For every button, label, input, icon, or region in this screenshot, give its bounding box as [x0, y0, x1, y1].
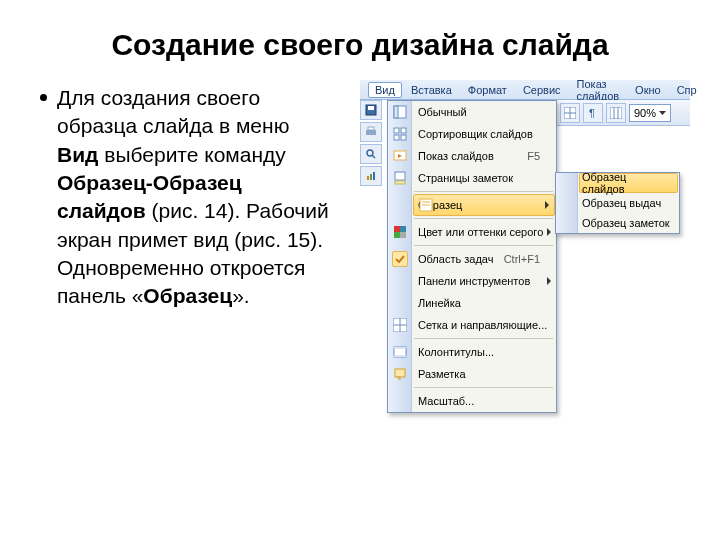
t1: Для создания своего образца слайда в мен…: [57, 86, 289, 137]
menu-item[interactable]: Цвет или оттенки серого: [388, 221, 556, 243]
menu-item-label: Цвет или оттенки серого: [418, 226, 543, 238]
menu-item-label: Линейка: [418, 297, 461, 309]
taskpane-icon: [392, 251, 408, 267]
submenu-item-label: Образец заметок: [582, 217, 670, 229]
menu-format[interactable]: Формат: [461, 82, 514, 98]
svg-rect-32: [394, 232, 400, 238]
menu-item[interactable]: Область задачCtrl+F1: [388, 248, 556, 270]
menu-item[interactable]: Показ слайдовF5: [388, 145, 556, 167]
svg-rect-1: [368, 106, 374, 110]
menu-item[interactable]: Сортировщик слайдов: [388, 123, 556, 145]
menu-item[interactable]: Панели инструментов: [388, 270, 556, 292]
master-icon: [418, 197, 434, 213]
menu-shortcut: Ctrl+F1: [504, 253, 540, 265]
svg-rect-13: [610, 107, 622, 119]
print-icon[interactable]: [360, 122, 382, 142]
bullet-block: Для создания своего образца слайда в мен…: [40, 80, 330, 311]
svg-rect-22: [401, 135, 406, 140]
submenu-item[interactable]: Образец заметок: [556, 213, 679, 233]
menu-item[interactable]: Масштаб...: [388, 390, 556, 412]
normal-view-icon: [392, 104, 408, 120]
submenu-item[interactable]: Образец выдач: [556, 193, 679, 213]
menu-item[interactable]: Сетка и направляющие...: [388, 314, 556, 336]
submenu-item-label: Образец выдач: [582, 197, 661, 209]
headerfooter-icon: [392, 344, 408, 360]
svg-rect-30: [394, 226, 400, 232]
submenu-arrow-icon: [547, 228, 551, 236]
svg-line-5: [372, 155, 375, 158]
table-icon[interactable]: [560, 103, 580, 123]
bullet-dot-icon: [40, 94, 47, 101]
svg-rect-19: [394, 128, 399, 133]
menubar: Вид Вставка Формат Сервис Показ слайдов …: [360, 80, 690, 100]
svg-rect-21: [394, 135, 399, 140]
mini-toolbar: ¶ 90%: [556, 100, 690, 126]
bullet-item: Для создания своего образца слайда в мен…: [40, 84, 330, 311]
app-screenshot: Вид Вставка Формат Сервис Показ слайдов …: [360, 80, 690, 380]
slideshow-icon: [392, 148, 408, 164]
svg-marker-16: [659, 111, 666, 115]
zoom-value: 90%: [634, 107, 656, 119]
svg-rect-8: [373, 172, 375, 180]
t4: ».: [232, 284, 250, 307]
menu-item[interactable]: Обычный: [388, 101, 556, 123]
zoom-selector[interactable]: 90%: [629, 104, 671, 122]
content-row: Для создания своего образца слайда в мен…: [0, 80, 720, 380]
master-submenu: Образец слайдовОбразец выдачОбразец заме…: [555, 172, 680, 234]
menu-help[interactable]: Спр: [670, 82, 704, 98]
menu-insert[interactable]: Вставка: [404, 82, 459, 98]
menu-item[interactable]: Разметка: [388, 363, 556, 385]
outline-strip: [360, 100, 386, 186]
svg-rect-31: [400, 226, 406, 232]
menu-item-label: Сортировщик слайдов: [418, 128, 533, 140]
research-icon[interactable]: [360, 144, 382, 164]
svg-rect-18: [394, 106, 398, 118]
menu-item-label: Масштаб...: [418, 395, 474, 407]
svg-rect-6: [367, 176, 369, 180]
t2: выберите команду: [98, 143, 285, 166]
b3: Образец: [143, 284, 232, 307]
save-icon[interactable]: [360, 100, 382, 120]
svg-rect-20: [401, 128, 406, 133]
menu-tools[interactable]: Сервис: [516, 82, 568, 98]
submenu-item[interactable]: Образец слайдов: [579, 173, 678, 193]
page-title: Создание своего дизайна слайда: [0, 0, 720, 80]
svg-rect-26: [395, 181, 405, 184]
svg-rect-7: [370, 174, 372, 180]
menu-item[interactable]: Колонтитулы...: [388, 341, 556, 363]
svg-rect-33: [400, 232, 406, 238]
svg-rect-3: [368, 127, 374, 130]
menu-item-label: Обычный: [418, 106, 467, 118]
submenu-arrow-icon: [547, 277, 551, 285]
show-hide-icon[interactable]: ¶: [583, 103, 603, 123]
menu-item-label: Разметка: [418, 368, 466, 380]
menu-item-label: Колонтитулы...: [418, 346, 494, 358]
chart-icon[interactable]: [360, 166, 382, 186]
menu-window[interactable]: Окно: [628, 82, 668, 98]
svg-rect-25: [395, 172, 405, 180]
svg-text:¶: ¶: [589, 107, 595, 119]
menu-shortcut: F5: [527, 150, 540, 162]
svg-marker-41: [397, 377, 400, 380]
menu-view[interactable]: Вид: [368, 82, 402, 98]
sorter-icon: [392, 126, 408, 142]
submenu-item-label: Образец слайдов: [582, 171, 671, 195]
grid-icon: [392, 317, 408, 333]
notes-icon: [392, 170, 408, 186]
menu-item-label: Сетка и направляющие...: [418, 319, 547, 331]
bullet-paragraph: Для создания своего образца слайда в мен…: [57, 84, 330, 311]
grid-icon[interactable]: [606, 103, 626, 123]
color-icon: [392, 224, 408, 240]
view-menu-dropdown: ОбычныйСортировщик слайдовПоказ слайдовF…: [387, 100, 557, 413]
menu-item[interactable]: Образец: [413, 194, 555, 216]
chevron-down-icon: [659, 111, 666, 115]
menu-item[interactable]: Линейка: [388, 292, 556, 314]
submenu-arrow-icon: [545, 201, 549, 209]
menu-item-label: Страницы заметок: [418, 172, 513, 184]
b1: Вид: [57, 143, 98, 166]
markup-icon: [392, 366, 408, 382]
menu-item[interactable]: Страницы заметок: [388, 167, 556, 189]
svg-rect-38: [394, 347, 406, 349]
menu-item-label: Панели инструментов: [418, 275, 530, 287]
svg-rect-2: [366, 130, 376, 135]
